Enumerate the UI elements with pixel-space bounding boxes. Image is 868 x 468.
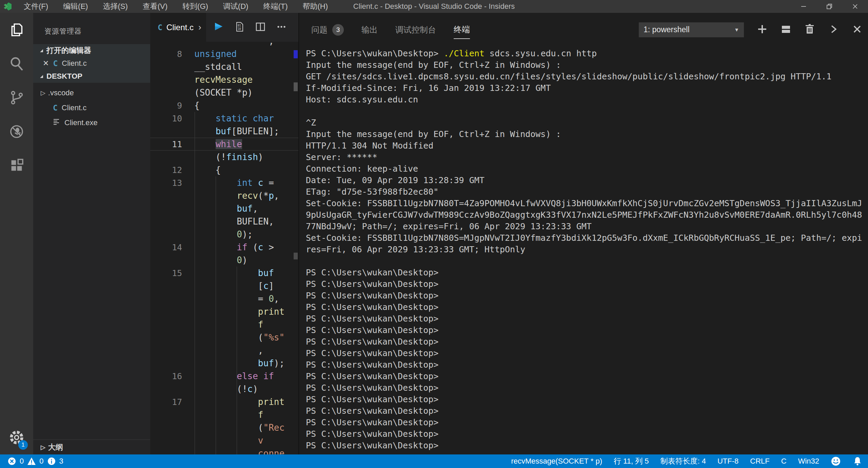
terminal-text: Host: sdcs.sysu.edu.cn <box>306 95 418 104</box>
status-cursor-position[interactable]: 行 11, 列 5 <box>614 456 649 466</box>
panel-tab-1[interactable]: 输出 <box>361 21 378 39</box>
code-text: print <box>194 307 284 317</box>
split-editor-button[interactable] <box>255 21 266 34</box>
panel-tab-2[interactable]: 调试控制台 <box>395 21 436 39</box>
code-token: , <box>274 191 279 201</box>
status-tab-size[interactable]: 制表符长度: 4 <box>660 456 706 466</box>
terminal-line: Set-Cookie: FSSBBIl1UgzbN7N80T=4Za9POMHO… <box>306 197 868 209</box>
menu-item-7[interactable]: 帮助(H) <box>295 0 335 13</box>
terminal-text: Set-Cookie: FSSBBIl1UgzbN7N80T=4Za9POMHO… <box>306 198 862 208</box>
code-row: = 0, <box>150 292 298 305</box>
editor-tab-bar: C Client.c › 01 10 <box>150 13 298 42</box>
code-text: 0); <box>194 229 253 239</box>
open-editors-header[interactable]: 打开的编辑器 <box>33 44 150 57</box>
terminal-text: PS C:\Users\wukan\Desktop> <box>306 302 438 312</box>
terminal-text: PS C:\Users\wukan\Desktop> <box>306 325 438 335</box>
code-text: { <box>194 165 221 175</box>
explorer-icon[interactable] <box>0 13 33 47</box>
menu-item-2[interactable]: 选择(S) <box>95 0 135 13</box>
problems-status[interactable]: 0 0 3 <box>7 457 63 466</box>
status-platform[interactable]: Win32 <box>798 457 819 466</box>
terminal-select[interactable]: 1: powershell ▼ <box>639 22 744 37</box>
code-token: 0 <box>269 294 274 304</box>
code-token: { <box>194 100 200 111</box>
terminal-text: Date: Tue, 09 Apr 2019 13:28:39 GMT <box>306 175 485 185</box>
menu-item-3[interactable]: 查看(V) <box>135 0 175 13</box>
code-token: c <box>263 281 269 291</box>
source-control-icon[interactable] <box>0 81 33 115</box>
debug-icon[interactable] <box>0 115 33 149</box>
terminal-line: ETag: "d75e-53f988fb2ec80" <box>306 186 868 197</box>
close-editor-icon[interactable]: ✕ <box>43 59 49 68</box>
code-row: ("Rec <box>150 421 298 434</box>
svg-text:01: 01 <box>238 24 241 27</box>
close-window-button[interactable] <box>842 0 868 13</box>
status-language[interactable]: C <box>781 457 787 466</box>
indent-guide <box>195 112 195 454</box>
terminal-text: PS C:\Users\wukan\Desktop> <box>306 371 438 381</box>
code-token: conne <box>258 448 284 454</box>
menu-item-0[interactable]: 文件(F) <box>16 0 56 13</box>
line-number: 14 <box>150 242 194 252</box>
tab-client-c[interactable]: C Client.c › <box>150 13 206 42</box>
code-token <box>248 113 253 123</box>
status-eol[interactable]: CRLF <box>750 457 769 466</box>
terminal-line: PS C:\Users\wukan\Desktop> <box>306 405 868 416</box>
status-bar: 0 0 3 recvMessage(SOCKET * p)行 11, 列 5制表… <box>0 454 868 468</box>
terminal-line: 9pUsUgaGR_tyFwierCGJW7vdwTM989CczAv9BoZQ… <box>306 209 868 220</box>
run-code-button[interactable] <box>213 21 224 34</box>
settings-gear-icon[interactable]: 1 <box>0 421 33 454</box>
folder-header[interactable]: DESKTOP <box>33 70 150 83</box>
extensions-icon[interactable] <box>0 149 33 182</box>
code-token <box>194 126 216 136</box>
code-row: 16 else if <box>150 370 298 383</box>
code-row: buf); <box>150 357 298 370</box>
panel-tab-label: 调试控制台 <box>395 24 436 35</box>
kill-terminal-button[interactable] <box>804 24 815 36</box>
overview-ruler[interactable] <box>293 42 298 454</box>
code-token: recv <box>237 191 258 201</box>
scrollbar-thumb[interactable] <box>294 82 298 91</box>
status-symbol[interactable]: recvMessage(SOCKET * p) <box>511 457 602 466</box>
terminal-text: PS C:\Users\wukan\Desktop> <box>306 348 438 358</box>
search-icon[interactable] <box>0 47 33 81</box>
binary-file-button[interactable]: 01 10 <box>234 21 245 34</box>
code-editor[interactable]: ,8unsigned__stdcallrecvMessage(SOCKET *p… <box>150 42 298 454</box>
menu-item-6[interactable]: 终端(T) <box>256 0 295 13</box>
code-token <box>258 371 263 381</box>
tree-item-Client.c[interactable]: CClient.c <box>33 100 150 115</box>
terminal-output[interactable]: PS C:\Users\wukan\Desktop> ./Client sdcs… <box>299 42 868 454</box>
notifications-bell-icon[interactable] <box>852 456 863 466</box>
menu-item-1[interactable]: 编辑(E) <box>56 0 95 13</box>
split-terminal-button[interactable] <box>781 24 791 36</box>
code-row: recv(*p, <box>150 189 298 202</box>
panel-tab-3[interactable]: 终端 <box>454 21 470 39</box>
terminal-line: PS C:\Users\wukan\Desktop> ./Client sdcs… <box>306 47 868 59</box>
close-panel-button[interactable] <box>852 24 863 36</box>
code-token <box>194 319 258 330</box>
code-row: v <box>150 434 298 447</box>
code-token: ( <box>248 242 258 252</box>
panel-tab-0[interactable]: 问题3 <box>311 21 344 39</box>
tree-item-Client.exe[interactable]: Client.exe <box>33 115 150 130</box>
code-token <box>194 410 258 420</box>
minimize-button[interactable] <box>791 0 816 13</box>
more-actions-button[interactable] <box>276 21 287 34</box>
code-token: ) <box>242 255 248 265</box>
menu-item-5[interactable]: 调试(D) <box>216 0 256 13</box>
restore-button[interactable] <box>816 0 842 13</box>
code-row: __stdcall <box>150 60 298 73</box>
outline-section[interactable]: ▷ 大纲 <box>33 440 150 454</box>
status-encoding[interactable]: UTF-8 <box>717 457 738 466</box>
open-editor-item[interactable]: ✕ C Client.c <box>33 57 150 70</box>
chevron-right-icon[interactable] <box>828 24 839 36</box>
code-text: unsigned <box>194 49 237 59</box>
tree-item-.vscode[interactable]: ▷.vscode <box>33 85 150 100</box>
new-terminal-button[interactable] <box>757 24 768 36</box>
line-number: 11 <box>150 139 194 149</box>
svg-text:10: 10 <box>238 27 241 31</box>
terminal-text: PS C:\Users\wukan\Desktop> <box>306 337 438 347</box>
twisty-open-icon <box>40 49 43 52</box>
feedback-smiley-icon[interactable] <box>831 456 841 466</box>
menu-item-4[interactable]: 转到(G) <box>175 0 216 13</box>
